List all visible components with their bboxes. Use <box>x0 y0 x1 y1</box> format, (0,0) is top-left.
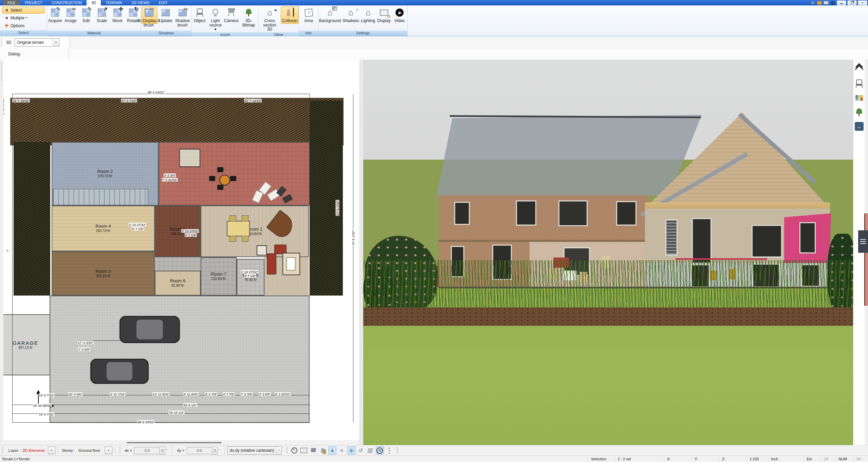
window-door <box>692 218 712 264</box>
dimension-label: 17' 3 3/32" <box>78 341 94 344</box>
zone-soil-frame[interactable] <box>10 98 344 145</box>
tree-icon[interactable] <box>854 107 864 117</box>
tool-icon-north[interactable]: N <box>376 446 384 455</box>
chair-icon[interactable] <box>854 79 864 88</box>
dx-label: dx = <box>125 448 132 452</box>
ribbon-button-display[interactable]: Display <box>142 6 158 24</box>
ribbon-button-edit[interactable]: Edit <box>78 6 94 24</box>
ribbon-button-update[interactable]: Update <box>158 6 174 24</box>
ribbon-button-select[interactable]: Select <box>2 6 45 14</box>
ribbon-button-acquire[interactable]: Acquire <box>47 6 63 24</box>
dimension-label: 10' 4 5/8" <box>68 392 82 396</box>
ribbon-button-light-source[interactable]: Light source ▾ <box>207 6 223 32</box>
help-icon[interactable]: ? <box>830 1 836 5</box>
zone-corridor[interactable] <box>155 257 201 271</box>
tool-icon-bld[interactable] <box>319 446 327 455</box>
coord-mode-select[interactable]: dx,dy (relative cartesian) <box>227 446 282 455</box>
grid-pencil-icon <box>80 7 92 18</box>
palette-icon[interactable] <box>854 93 864 103</box>
room-name: Room 6 <box>170 279 186 284</box>
tab-3d[interactable]: 3D <box>87 0 101 5</box>
printer-icon[interactable] <box>823 1 829 5</box>
ribbon-button-scale[interactable]: Scale <box>94 6 110 24</box>
car-roof <box>136 320 163 339</box>
ribbon-button-area[interactable]: ?Area <box>301 6 316 24</box>
scrollbar-thumb[interactable] <box>127 442 222 443</box>
car <box>119 316 180 343</box>
tab-terrain[interactable]: TERRAIN <box>101 0 127 5</box>
dy-stepper[interactable] <box>213 447 218 455</box>
restore-button[interactable] <box>847 0 857 5</box>
layer-select[interactable] <box>48 447 55 454</box>
tool-icon-nav[interactable] <box>328 446 336 455</box>
tools-icon[interactable]: ⚒ <box>810 1 815 5</box>
tool-icon-swirl[interactable] <box>357 446 365 455</box>
horizontal-scrollbar[interactable] <box>3 440 359 445</box>
ribbon-button-assign[interactable]: Assign <box>63 6 78 24</box>
chevron-down-icon[interactable] <box>105 447 112 454</box>
plan-2d-canvas[interactable]: Room 2570.73 ft²Room 4252.73 ft²Room 339… <box>3 60 359 440</box>
room-room-3[interactable]: Room 3393.55 ft² <box>52 251 155 296</box>
status-cell-1-2-sel: 1 : 2 sel <box>615 456 664 462</box>
ribbon-button-cross-section-3d[interactable]: Cross section 3D <box>259 6 281 32</box>
bottom-toolbar: Layer : 2D-Elements Storey : Ground floo… <box>0 445 868 456</box>
tool-icon-cross[interactable] <box>338 446 346 455</box>
close-button[interactable]: × <box>858 0 867 5</box>
tool-icon-diam[interactable] <box>347 446 355 455</box>
tool-icon-monstar[interactable]: ★ <box>300 446 308 455</box>
zone-driveway[interactable] <box>50 296 310 423</box>
storey-select[interactable] <box>105 447 112 454</box>
tab-file[interactable]: FILE <box>3 0 20 5</box>
room-room-7[interactable]: Room 7232.69 ft² <box>201 257 237 296</box>
view-3d-canvas[interactable] <box>363 60 853 445</box>
ribbon-button-move[interactable]: Move <box>110 6 125 24</box>
dx-stepper[interactable] <box>160 447 165 455</box>
room-area: 252.73 ft² <box>95 229 111 233</box>
dx-input[interactable]: 0.0 <box>134 447 160 454</box>
ribbon-button-options[interactable]: Options <box>2 22 45 29</box>
room-garage[interactable]: GARAGE357.12 ft² <box>3 314 50 375</box>
ribbon-button-shadow-brush[interactable]: Shadow brush <box>174 6 191 28</box>
dimension-label: 6' 7 1/8" <box>132 227 144 231</box>
tab-construction[interactable]: CONSTRUCTION <box>47 0 87 5</box>
dy-input[interactable]: 0.0 <box>187 447 213 454</box>
ribbon-button-shadows[interactable]: Shadows <box>341 6 360 24</box>
chevron-down-icon[interactable] <box>53 39 59 46</box>
ribbon-button-object[interactable]: Object <box>192 6 207 24</box>
chevron-down-icon[interactable] <box>48 447 55 454</box>
remote-icon[interactable]: ↔ <box>854 122 864 131</box>
dimension-label: 2' 10 27/32" <box>241 270 258 274</box>
tool-icon-clock[interactable] <box>290 446 298 455</box>
ribbon-button-collision[interactable]: Collision <box>281 6 299 24</box>
tool-icon-dots[interactable] <box>385 446 393 455</box>
minimize-button[interactable] <box>837 0 846 5</box>
room-room-1[interactable]: Room 1714.84 ft² <box>201 206 309 257</box>
panel-grip-handle[interactable] <box>858 230 868 253</box>
tool-icon-grid[interactable] <box>366 446 374 455</box>
ribbon-button-3d-bitmap[interactable]: 3D-Bitmap <box>239 6 258 28</box>
ribbon-button-video[interactable]: ▶Video <box>392 6 407 24</box>
tab-project[interactable]: PROJECT <box>20 0 47 5</box>
chevron-down-icon[interactable] <box>276 447 281 454</box>
ribbon-button-multiple[interactable]: Multiple <box>2 14 45 21</box>
edge-panel-strip[interactable] <box>864 213 868 306</box>
tab-2d-views[interactable]: 2D VIEWS <box>127 0 154 5</box>
ribbon-button-display[interactable]: Display <box>376 6 392 24</box>
toolbar-grip[interactable] <box>2 447 3 454</box>
house-roof-left[interactable] <box>436 115 704 198</box>
ribbon-button-label: Shadow brush <box>175 19 190 27</box>
window-shutter <box>665 219 678 255</box>
zone-hedge-left[interactable] <box>14 142 50 296</box>
folder-icon[interactable] <box>816 1 822 5</box>
ribbon-button-label: Update <box>159 19 172 23</box>
ribbon-button-lighting[interactable]: Lighting <box>360 6 376 24</box>
zone-hedge-right[interactable] <box>310 101 343 296</box>
terrain-select[interactable]: Original terrain <box>15 38 59 47</box>
room-room-6[interactable]: Room 681.90 ft² <box>155 271 201 296</box>
toolbar-grip[interactable] <box>1 38 2 47</box>
layers-icon[interactable] <box>854 65 864 74</box>
tool-icon-cam[interactable] <box>309 446 317 455</box>
ribbon-button-background[interactable]: Background <box>318 6 341 24</box>
ribbon-button-camera[interactable]: Camera <box>223 6 239 24</box>
tab-edit[interactable]: EDIT <box>154 0 172 5</box>
